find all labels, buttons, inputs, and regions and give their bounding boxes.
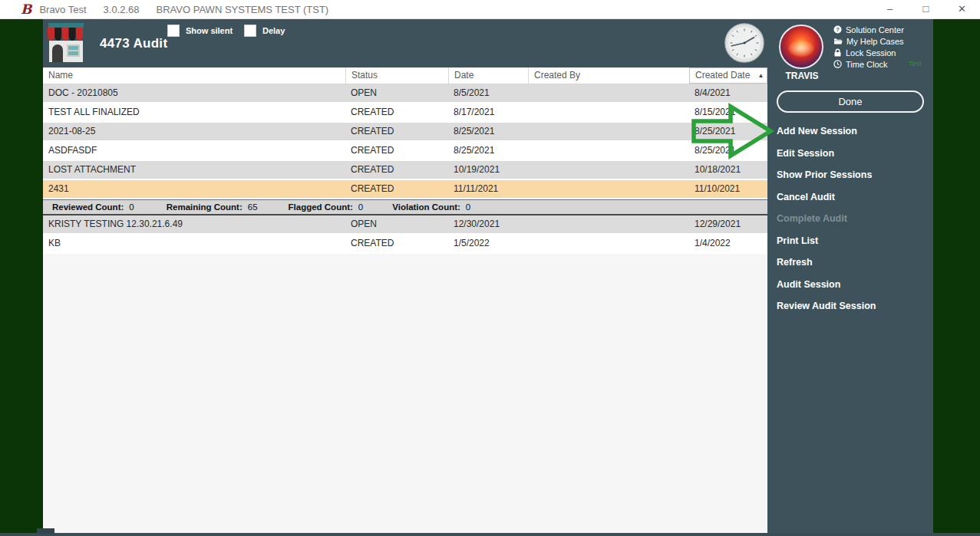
table-body: DOC - 20210805OPEN8/5/20218/4/2021TEST A… (43, 84, 767, 254)
main-content: 4473 Audit Show silent Delay (43, 19, 767, 533)
username-label: TRAVIS (767, 71, 836, 81)
sidebar-item-audit-session[interactable]: Audit Session (777, 274, 929, 296)
table-row[interactable]: KRISTY TESTING 12.30.21.6.49OPEN12/30/20… (43, 215, 767, 235)
avatar-artwork (788, 40, 814, 57)
sidebar-item-refresh[interactable]: Refresh (777, 252, 929, 274)
delay-checkbox-group: Delay (244, 25, 285, 37)
horizontal-scrollbar-thumb[interactable] (37, 528, 54, 534)
cell-date: 8/25/2021 (448, 123, 528, 140)
cell-name: KRISTY TESTING 12.30.21.6.49 (43, 215, 345, 233)
cell-name: TEST ALL FINALIZED (43, 104, 345, 121)
flagged-count-value: 0 (358, 202, 363, 212)
delay-checkbox[interactable] (244, 25, 256, 37)
flagged-count-label: Flagged Count: (289, 202, 353, 212)
title-bar: B Bravo Test 3.0.2.68 BRAVO PAWN SYSTEMS… (0, 0, 980, 19)
bottom-bar (0, 533, 980, 536)
app-window: B Bravo Test 3.0.2.68 BRAVO PAWN SYSTEMS… (0, 0, 980, 536)
user-avatar[interactable] (779, 25, 823, 69)
test-watermark: Test (909, 60, 922, 67)
table-row[interactable]: DOC - 20210805OPEN8/5/20218/4/2021 (43, 84, 767, 104)
table-row[interactable]: LOST ATTACHMENTCREATED10/19/202110/18/20… (43, 161, 767, 180)
cell-created-by (528, 235, 689, 252)
cell-created-by (528, 104, 689, 121)
sort-ascending-icon: ▲ (757, 67, 764, 84)
delay-label: Delay (262, 26, 285, 35)
column-header-date[interactable]: Date (448, 67, 528, 84)
cell-date: 11/11/2021 (448, 180, 528, 198)
svg-text:?: ? (836, 26, 840, 33)
cell-name: LOST ATTACHMENT (43, 161, 345, 179)
cell-name: KB (43, 235, 345, 252)
cell-date: 1/5/2022 (448, 235, 528, 252)
minimize-button[interactable]: – (872, 0, 908, 19)
violation-count-value: 0 (466, 202, 470, 212)
cell-date: 10/19/2021 (448, 161, 528, 179)
right-green-strip (933, 19, 980, 533)
detail-row: Reviewed Count: 0 Remaining Count: 65 Fl… (43, 199, 767, 215)
reviewed-count-value: 0 (129, 202, 134, 212)
table-row[interactable]: 2021-08-25CREATED8/25/20218/25/2021 (43, 123, 767, 142)
cell-created-date: 1/4/2022 (689, 235, 767, 252)
reviewed-count: Reviewed Count: 0 (52, 202, 134, 212)
app-name: Bravo Test (39, 4, 86, 15)
cell-created-date: 8/4/2021 (689, 84, 767, 102)
sidebar-item-complete-audit: Complete Audit (777, 208, 929, 230)
cell-status: CREATED (345, 235, 448, 252)
column-header-created-date-label: Created Date (695, 67, 750, 84)
solution-center-link[interactable]: ? Solution Center (833, 24, 932, 35)
cell-status: CREATED (345, 104, 448, 121)
sidebar-item-cancel-audit[interactable]: Cancel Audit (777, 186, 929, 209)
lock-session-link[interactable]: Lock Session (833, 47, 932, 58)
page-title: 4473 Audit (100, 36, 167, 51)
sidebar-item-show-prior-sessions[interactable]: Show Prior Sessions (777, 164, 929, 186)
cell-status: CREATED (345, 161, 448, 179)
cell-created-by (528, 215, 689, 233)
column-header-name[interactable]: Name (43, 67, 345, 84)
time-clock-label: Time Clock (846, 60, 888, 69)
show-silent-checkbox[interactable] (167, 25, 180, 37)
my-help-cases-link[interactable]: My Help Cases (833, 35, 932, 47)
cell-name: DOC - 20210805 (43, 84, 345, 102)
cell-date: 8/5/2021 (448, 84, 528, 102)
environment-name: BRAVO PAWN SYSTEMS TEST (TST) (157, 4, 329, 15)
question-circle-icon: ? (833, 25, 842, 34)
sidebar-item-add-new-session[interactable]: Add New Session (777, 120, 929, 143)
remaining-count-value: 65 (248, 202, 258, 212)
cell-created-date: 11/10/2021 (689, 180, 767, 198)
cell-created-by (528, 142, 689, 159)
bravo-logo-icon: B (21, 1, 31, 18)
table-row[interactable]: KBCREATED1/5/20221/4/2022 (43, 235, 767, 254)
analog-clock-icon (724, 23, 764, 63)
remaining-count-label: Remaining Count: (167, 202, 243, 212)
flagged-count: Flagged Count: 0 (289, 202, 364, 212)
cell-status: CREATED (345, 180, 448, 198)
show-silent-checkbox-group: Show silent (167, 25, 233, 37)
column-header-status[interactable]: Status (345, 67, 448, 84)
violation-count: Violation Count: 0 (392, 202, 470, 212)
action-sidebar: TRAVIS ? Solution Center My Help Cases L… (767, 19, 933, 533)
column-header-created-date[interactable]: Created Date ▲ (689, 67, 767, 84)
done-button[interactable]: Done (777, 90, 924, 113)
lock-session-label: Lock Session (846, 48, 896, 58)
sidebar-item-edit-session[interactable]: Edit Session (777, 143, 929, 165)
app-version: 3.0.2.68 (104, 4, 140, 15)
cell-created-by (528, 84, 689, 102)
reviewed-count-label: Reviewed Count: (52, 202, 124, 212)
table-row[interactable]: 2431CREATED11/11/202111/10/2021 (43, 180, 767, 199)
close-button[interactable]: ✕ (944, 0, 980, 19)
solution-center-label: Solution Center (846, 25, 904, 35)
sidebar-item-print-list[interactable]: Print List (777, 230, 929, 252)
table-row[interactable]: TEST ALL FINALIZEDCREATED8/17/20218/15/2… (43, 104, 767, 123)
maximize-button[interactable]: □ (908, 0, 944, 19)
folder-icon (833, 37, 843, 45)
left-green-strip (0, 19, 43, 533)
sidebar-item-review-audit-session[interactable]: Review Audit Session (777, 295, 929, 317)
cell-date: 8/17/2021 (448, 104, 528, 121)
column-header-created-by[interactable]: Created By (528, 67, 689, 84)
table-row[interactable]: ASDFASDFCREATED8/25/20218/25/2021 (43, 142, 767, 161)
annotation-arrow-icon (689, 102, 775, 160)
cell-name: ASDFASDF (43, 142, 345, 159)
clock-icon (833, 60, 842, 68)
my-help-cases-label: My Help Cases (846, 37, 904, 46)
lock-icon (833, 48, 842, 57)
